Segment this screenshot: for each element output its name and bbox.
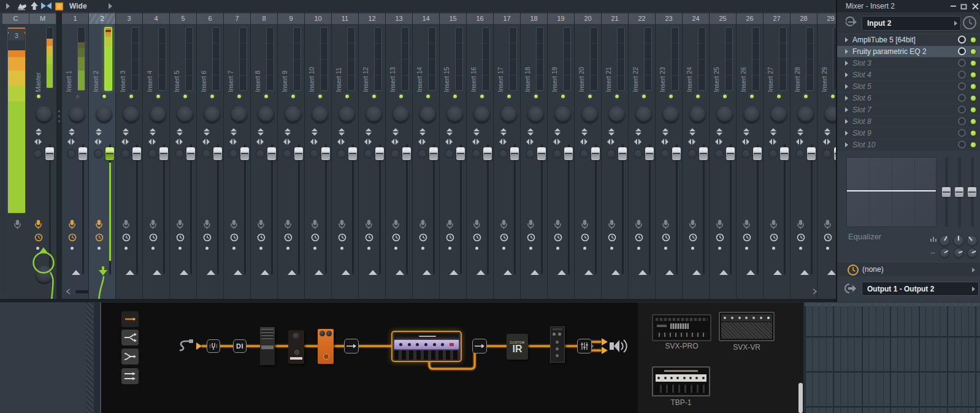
effect-slot-9[interactable]: Slot 9 (837, 128, 980, 139)
eq-band1-level-knob[interactable] (939, 235, 950, 246)
pan-arrows[interactable] (121, 137, 129, 145)
slot-label[interactable]: Fruity parametric EQ 2 (852, 47, 927, 56)
eq-band3-freq-knob[interactable] (967, 248, 977, 258)
arm-record-icon[interactable] (68, 220, 76, 230)
stereo-knob[interactable] (795, 149, 805, 158)
stereo-sep-arrows[interactable] (823, 128, 831, 136)
track-name[interactable]: Insert 2 (92, 36, 101, 92)
track-header[interactable]: 5 (170, 14, 196, 24)
output-target-dropdown[interactable]: Output 1 - Output 2 (862, 282, 979, 296)
arm-record-icon[interactable] (716, 220, 724, 230)
stereo-sep-arrows[interactable] (94, 128, 102, 136)
pan-arrows[interactable] (688, 137, 696, 145)
mixer-track-insert-18[interactable]: 18Insert 18 (521, 12, 547, 299)
volume-fader[interactable] (753, 147, 762, 160)
track-name[interactable]: Insert 24 (686, 36, 694, 92)
record-dot[interactable] (691, 247, 694, 250)
slot-menu-arrow-icon[interactable] (845, 131, 848, 136)
pan-arrows[interactable] (661, 137, 669, 145)
route-send-arrow[interactable] (153, 270, 161, 275)
mute-led[interactable] (74, 93, 80, 99)
pan-knob[interactable] (797, 106, 814, 123)
mixer-track-insert-14[interactable]: 14Insert 14 (413, 12, 439, 299)
mixer-track-insert-25[interactable]: 25Insert 25 (710, 12, 736, 299)
pan-arrows[interactable] (823, 137, 831, 145)
mixer-track-insert-11[interactable]: 11Insert 11 (332, 12, 358, 299)
stereo-sep-arrows[interactable] (148, 128, 156, 136)
mute-led[interactable] (667, 93, 674, 99)
gear-label[interactable]: SVX-PRO (652, 342, 711, 350)
track-name[interactable]: Insert 19 (551, 36, 559, 92)
layout-color-swatch[interactable] (55, 2, 63, 10)
pan-knob[interactable] (743, 106, 760, 123)
arm-record-icon[interactable] (311, 220, 319, 230)
pan-arrows[interactable] (418, 137, 426, 145)
gear-image-svx-vr[interactable] (719, 312, 775, 341)
pan-knob[interactable] (339, 106, 355, 123)
mixer-scroll-right-icon[interactable] (813, 288, 817, 296)
minimize-button[interactable] (949, 3, 958, 10)
stereo-sep-arrows[interactable] (553, 128, 561, 136)
latency-clock-icon[interactable] (473, 233, 481, 242)
pan-knob[interactable] (446, 106, 463, 123)
latency-clock-icon[interactable] (446, 233, 454, 242)
route-send-arrow[interactable] (584, 270, 593, 275)
record-dot[interactable] (394, 247, 397, 250)
effect-slot-5[interactable]: Slot 5 (837, 81, 980, 92)
volume-fader[interactable] (267, 147, 276, 160)
arm-record-icon[interactable] (527, 220, 535, 230)
slot-enable-led[interactable] (971, 61, 976, 66)
mixer-track-insert-8[interactable]: 8Insert 8 (251, 12, 277, 299)
track-name[interactable]: Insert 10 (308, 36, 316, 92)
track-header[interactable]: 29 (817, 14, 836, 24)
volume-fader[interactable] (429, 147, 438, 160)
pan-arrows[interactable] (445, 137, 453, 145)
stereo-knob[interactable] (687, 149, 697, 158)
arm-record-icon[interactable] (122, 220, 130, 230)
mixer-track-insert-29[interactable]: 29Insert 29 (817, 12, 836, 299)
arm-record-icon[interactable] (824, 220, 832, 230)
route-send-arrow[interactable] (665, 270, 674, 275)
mute-led[interactable] (505, 93, 512, 99)
eq-band1-slider[interactable] (942, 187, 951, 197)
stereo-knob[interactable] (499, 149, 508, 158)
volume-fader[interactable] (132, 147, 141, 160)
volume-fader[interactable] (510, 147, 519, 160)
latency-clock-icon[interactable] (743, 233, 751, 242)
track-name[interactable]: Insert 8 (254, 36, 262, 92)
mixer-track-insert-9[interactable]: 9Insert 9 (278, 12, 304, 299)
track-header[interactable]: 11 (332, 14, 358, 24)
stereo-knob[interactable] (310, 149, 319, 158)
eq-band2-level-knob[interactable] (953, 235, 964, 246)
stereo-sep-arrows[interactable] (418, 128, 426, 136)
track-name[interactable]: Insert 4 (146, 36, 155, 92)
close-button[interactable] (971, 3, 980, 10)
route-send-arrow[interactable] (126, 270, 134, 275)
arm-record-icon[interactable] (635, 220, 643, 230)
route-send-arrow[interactable] (261, 270, 269, 275)
series-arrow-box-1[interactable] (344, 339, 359, 353)
record-dot[interactable] (205, 247, 209, 250)
mute-led[interactable] (532, 93, 539, 99)
track-name[interactable]: Insert 6 (200, 36, 209, 92)
track-header[interactable]: 10 (305, 14, 331, 24)
volume-fader[interactable] (294, 147, 303, 160)
route-send-arrow[interactable] (315, 270, 323, 275)
slot-menu-arrow-icon[interactable] (845, 142, 848, 147)
mute-led[interactable] (721, 93, 728, 99)
eq-band2-slider[interactable] (955, 187, 963, 197)
pan-knob[interactable] (554, 106, 571, 123)
track-name[interactable]: Insert 1 (65, 36, 74, 92)
mixer-pane-splitter[interactable] (56, 12, 62, 299)
stereo-sep-arrows[interactable] (607, 128, 615, 136)
pan-knob[interactable] (527, 106, 544, 123)
pan-arrows[interactable] (337, 137, 345, 145)
slot-menu-arrow-icon[interactable] (845, 49, 848, 54)
stereo-knob[interactable] (148, 149, 157, 158)
mixer-track-insert-21[interactable]: 21Insert 21 (602, 12, 628, 299)
arm-record-icon[interactable] (203, 220, 211, 230)
pan-arrows[interactable] (148, 137, 156, 145)
track-name[interactable]: Insert 9 (281, 36, 289, 92)
pan-knob[interactable] (285, 106, 301, 123)
pan-arrows[interactable] (202, 137, 210, 145)
